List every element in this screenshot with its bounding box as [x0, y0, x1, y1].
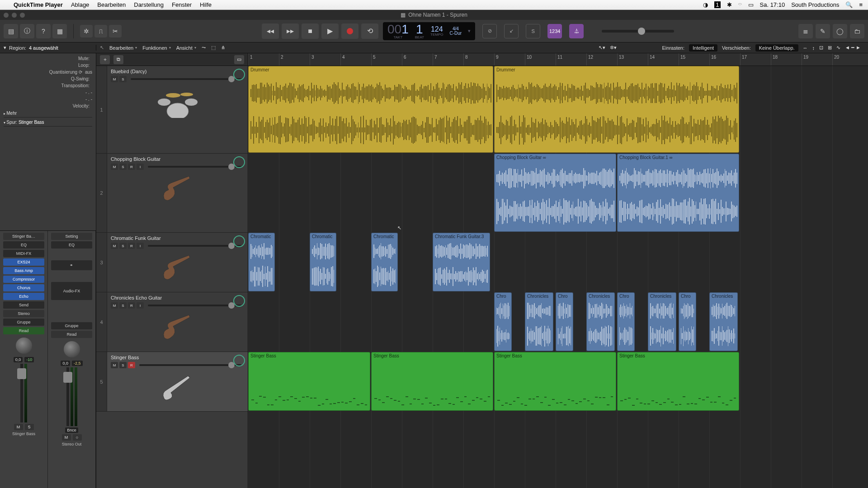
track-volume[interactable]	[131, 78, 241, 80]
arrange-grid[interactable]: DrummerDrummerChopping Block Guitar ∞Cho…	[248, 66, 868, 488]
alt-tool-icon[interactable]: ✲▾	[610, 45, 617, 51]
inspector-value[interactable]: aus	[85, 70, 92, 75]
zoom-icon[interactable]: ⊡	[819, 45, 823, 51]
rewind-button[interactable]: ◂◂	[262, 23, 279, 39]
inspector-value[interactable]: - . -	[85, 97, 92, 102]
group-slot[interactable]: Gruppe	[51, 322, 92, 329]
catch-icon[interactable]: ⤳	[202, 45, 206, 51]
region[interactable]: Chromatic	[248, 233, 275, 291]
wifi-icon[interactable]: ⌔	[738, 1, 742, 8]
menu-bearbeiten[interactable]: Bearbeiten	[97, 1, 126, 8]
automation-icon[interactable]: ⬚	[211, 45, 216, 51]
region[interactable]: Chro	[679, 292, 696, 351]
region[interactable]: Stinger Bass	[617, 352, 739, 411]
zoom-v-icon[interactable]: ↕	[812, 45, 815, 51]
region[interactable]: Chro	[494, 292, 512, 351]
region[interactable]: Chro	[617, 292, 635, 351]
smart-controls-button[interactable]: ✲	[80, 25, 93, 38]
m-button[interactable]: M	[111, 164, 118, 170]
region[interactable]: Chromatic	[371, 233, 398, 291]
eq-slot[interactable]: EQ	[3, 241, 44, 249]
fader[interactable]	[15, 364, 33, 422]
region[interactable]: Stinger Bass	[494, 352, 616, 411]
region[interactable]: Chopping Block Guitar ∞	[494, 154, 616, 232]
r-button[interactable]: R	[128, 302, 135, 309]
automation-knob[interactable]	[233, 295, 245, 307]
region[interactable]: Chro	[556, 292, 573, 351]
menu-funktionen[interactable]: Funktionen	[142, 45, 170, 51]
menu-fenster[interactable]: Fenster	[172, 1, 192, 8]
mute-button[interactable]: M	[14, 424, 23, 430]
duplicate-track-button[interactable]: ⧉	[113, 55, 123, 64]
metronome-button[interactable]: ⏃	[569, 24, 584, 38]
inspector-value[interactable]: - . -	[85, 90, 92, 95]
display-icon[interactable]: ▭	[748, 1, 754, 8]
solo-button[interactable]: S	[526, 24, 540, 38]
track-header[interactable]: 5 Stinger Bass MSR	[96, 352, 248, 412]
i-button[interactable]: I	[137, 302, 144, 309]
menu-ansicht[interactable]: Ansicht	[176, 45, 196, 51]
clock[interactable]: Sa. 17:10	[760, 1, 785, 8]
region[interactable]: Chromatic Funk Guitar.3	[433, 233, 490, 291]
bounce-button[interactable]: Bnce	[65, 427, 78, 433]
s-button[interactable]: S	[119, 76, 127, 82]
track-volume[interactable]	[148, 166, 241, 168]
m-button[interactable]: M	[111, 76, 118, 82]
r-button[interactable]: R	[128, 164, 135, 170]
status-icon[interactable]: ◑	[703, 1, 708, 8]
stop-button[interactable]: ■	[302, 23, 319, 39]
more-disclosure[interactable]: Mehr	[4, 109, 92, 117]
setting-slot[interactable]: Setting	[51, 233, 92, 240]
track-disclosure[interactable]: Spur: Stinger Bass	[4, 118, 92, 127]
setting-slot[interactable]: Stinger Ba…	[3, 233, 44, 240]
move-select[interactable]: Keine Überlapp.	[755, 44, 798, 52]
automation-slot[interactable]: Read	[51, 331, 92, 338]
zoom-h-icon[interactable]: ↔	[803, 45, 808, 51]
master-volume[interactable]	[602, 30, 674, 33]
track-header[interactable]: 4 Chronicles Echo Guitar MSRI	[96, 292, 248, 352]
r-button[interactable]: R	[128, 243, 135, 249]
send-slot[interactable]: Send	[3, 301, 44, 309]
menu-hilfe[interactable]: Hilfe	[200, 1, 212, 8]
status-icon[interactable]: ✱	[727, 1, 732, 8]
link-slot[interactable]: ⚭	[51, 260, 92, 270]
countin-button[interactable]: 1234	[547, 24, 562, 38]
track-volume[interactable]	[148, 245, 241, 247]
automation-knob[interactable]	[233, 156, 245, 168]
region[interactable]: Stinger Bass	[371, 352, 493, 411]
group-slot[interactable]: Gruppe	[3, 319, 44, 326]
pan-knob[interactable]	[16, 338, 32, 354]
region[interactable]: Drummer	[494, 66, 739, 153]
toolbar-button[interactable]: ▦	[52, 24, 67, 38]
track-volume[interactable]	[139, 364, 241, 366]
fx-slot[interactable]: Echo	[3, 293, 44, 300]
browser-button[interactable]: 🗀	[850, 24, 864, 38]
replace-button[interactable]: ⊘	[482, 24, 497, 38]
pan-knob[interactable]	[64, 341, 80, 357]
fx-slot[interactable]: Bass Amp	[3, 267, 44, 274]
automation-knob[interactable]	[233, 69, 245, 80]
zoom-icon[interactable]: ⊞	[828, 45, 832, 51]
dim-button[interactable]: ○	[73, 434, 82, 441]
status-icon[interactable]: 1	[714, 1, 720, 8]
bar-ruler[interactable]: 1234567891011121314151617181920	[248, 53, 868, 66]
eq-slot[interactable]: EQ	[51, 241, 92, 249]
s-button[interactable]: S	[119, 243, 127, 249]
m-button[interactable]: M	[111, 302, 118, 309]
arrange-area[interactable]: 1234567891011121314151617181920 DrummerD…	[248, 53, 868, 488]
s-button[interactable]: S	[119, 362, 127, 368]
fx-slot[interactable]: Compressor	[3, 276, 44, 283]
snap-select[interactable]: Intelligent	[689, 44, 717, 52]
lcd-display[interactable]: 001TAKT 1BEAT 124TEMPO 4/4C-Dur ▾	[383, 22, 475, 40]
list-button[interactable]: ≣	[798, 24, 813, 38]
automation-slot[interactable]: Read	[3, 327, 44, 334]
vzoom-slider[interactable]: ◄ ━ ►	[845, 45, 861, 51]
region[interactable]: Chronicles	[648, 292, 676, 351]
i-button[interactable]: I	[137, 243, 144, 249]
autopunch-button[interactable]: ↙	[504, 24, 519, 38]
waveform-zoom-icon[interactable]: ∿	[836, 45, 840, 51]
account[interactable]: South Productions	[791, 1, 839, 8]
automation-knob[interactable]	[233, 355, 245, 366]
output-slot[interactable]: Stereo	[3, 310, 44, 317]
mixer-button[interactable]: ⎍	[94, 25, 107, 38]
